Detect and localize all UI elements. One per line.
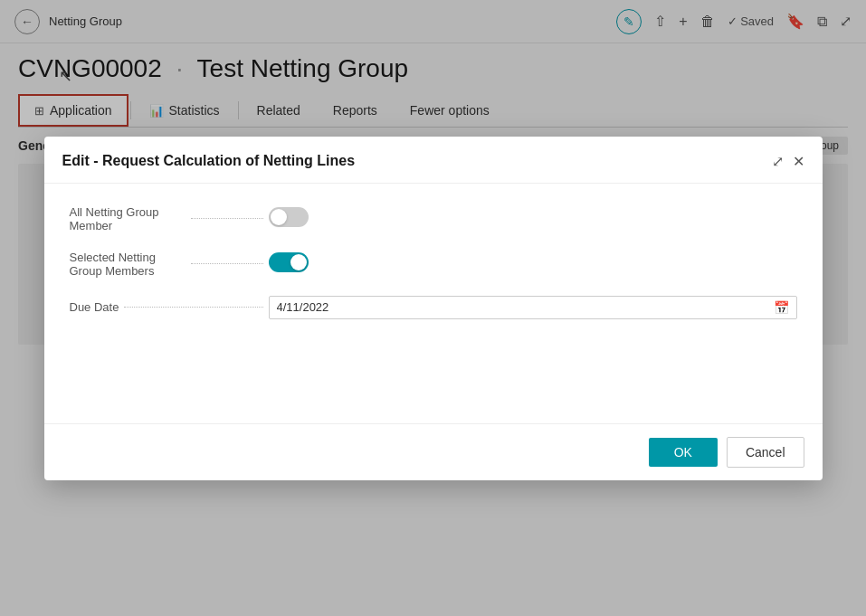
due-date-input-wrap-outer: 📅 <box>269 296 797 319</box>
dialog-title: Edit - Request Calculation of Netting Li… <box>62 153 356 169</box>
selected-netting-toggle-wrap <box>269 252 797 276</box>
label-dots-3 <box>124 307 262 308</box>
dialog-header: Edit - Request Calculation of Netting Li… <box>44 137 823 184</box>
due-date-input-wrap: 📅 <box>269 296 797 319</box>
toggle-knob-1 <box>271 209 287 225</box>
label-dots-2 <box>191 263 263 264</box>
all-netting-toggle-wrap <box>269 207 797 231</box>
selected-netting-label-text: Selected Netting Group Members <box>70 251 186 278</box>
selected-netting-label: Selected Netting Group Members <box>70 251 269 278</box>
dialog-body: All Netting Group Member Selected Nettin… <box>44 184 823 423</box>
due-date-label: Due Date <box>70 300 269 314</box>
toggle-knob-2 <box>290 254 307 270</box>
calendar-icon[interactable]: 📅 <box>774 300 789 315</box>
dialog-expand-button[interactable]: ⤢ <box>772 153 784 170</box>
all-netting-label-text: All Netting Group Member <box>70 205 186 232</box>
all-netting-row: All Netting Group Member <box>70 205 797 232</box>
dialog-close-button[interactable]: ✕ <box>793 153 804 170</box>
cancel-button[interactable]: Cancel <box>727 437 804 468</box>
due-date-input[interactable] <box>277 300 774 314</box>
page-background: ← Netting Group ✎ ⇧ + 🗑 ✓ Saved 🔖 ⧉ ⤢ CV… <box>0 0 866 616</box>
due-date-row: Due Date 📅 <box>70 296 797 319</box>
selected-netting-row: Selected Netting Group Members <box>70 251 797 278</box>
all-netting-label: All Netting Group Member <box>70 205 269 232</box>
all-netting-toggle[interactable] <box>269 207 309 227</box>
ok-button[interactable]: OK <box>649 438 718 467</box>
label-dots-1 <box>191 218 263 219</box>
selected-netting-toggle[interactable] <box>269 252 309 272</box>
modal-overlay: Edit - Request Calculation of Netting Li… <box>0 0 866 616</box>
dialog-header-actions: ⤢ ✕ <box>772 153 804 170</box>
dialog: Edit - Request Calculation of Netting Li… <box>44 137 823 480</box>
due-date-label-text: Due Date <box>70 300 119 314</box>
dialog-footer: OK Cancel <box>44 423 823 480</box>
